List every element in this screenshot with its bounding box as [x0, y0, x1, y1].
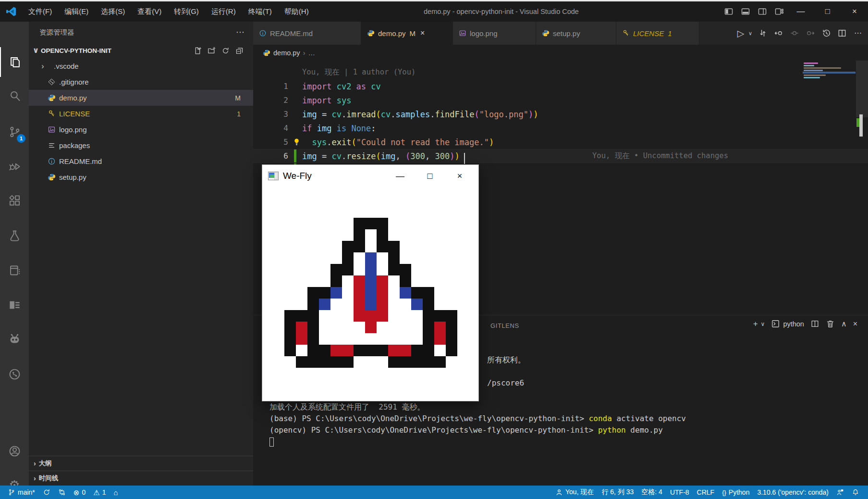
- file-item-packages[interactable]: packages: [29, 137, 253, 153]
- menu-item[interactable]: 选择(S): [95, 1, 131, 22]
- new-folder-icon[interactable]: [208, 47, 216, 55]
- activity-account-icon[interactable]: [0, 436, 29, 466]
- layout-panel-icon[interactable]: [737, 1, 754, 22]
- tab-setup.py[interactable]: setup.py: [536, 22, 616, 45]
- close-window-icon[interactable]: ×: [841, 1, 868, 22]
- file-item-.gitignore[interactable]: .gitignore: [29, 74, 253, 90]
- next-change-icon[interactable]: [804, 28, 817, 38]
- chevron-up-icon[interactable]: ∧: [841, 320, 847, 328]
- trash-icon[interactable]: [826, 319, 835, 328]
- maximize-icon[interactable]: □: [814, 1, 841, 22]
- close-icon[interactable]: ×: [445, 165, 475, 187]
- activity-source-control-icon[interactable]: 1: [0, 117, 29, 147]
- file-item-demo.py[interactable]: demo.pyM: [29, 90, 253, 106]
- activity-run-debug-icon[interactable]: [0, 151, 29, 181]
- explorer-section-header[interactable]: ∨ OPENCV-PYTHON-INIT: [29, 43, 253, 58]
- editor-scrollbar[interactable]: [856, 61, 868, 315]
- tab-demo.py[interactable]: demo.pyM×: [361, 22, 453, 45]
- status-cursor-position[interactable]: 行 6, 列 33: [598, 486, 637, 499]
- warning-icon: ⚠: [93, 489, 99, 496]
- activity-robot-icon[interactable]: [0, 324, 29, 354]
- wefly-opencv-window[interactable]: We-Fly — □ ×: [262, 164, 479, 401]
- chevron-down-icon[interactable]: ∨: [761, 321, 765, 327]
- scrollbar-thumb[interactable]: [859, 114, 863, 137]
- outline-section[interactable]: › 大纲: [29, 456, 253, 471]
- breadcrumb[interactable]: demo.py › …: [253, 45, 868, 61]
- timeline-history-icon[interactable]: [820, 28, 832, 38]
- menu-item[interactable]: 帮助(H): [278, 1, 315, 22]
- activity-files-icon[interactable]: [0, 47, 29, 77]
- status-encoding[interactable]: UTF-8: [666, 486, 693, 499]
- terminal-profile-python[interactable]: python: [771, 319, 804, 328]
- activity-beaker-icon[interactable]: [0, 221, 29, 250]
- code-line-4: 4if img is None:: [253, 121, 868, 135]
- run-dropdown-icon[interactable]: ∨: [747, 31, 753, 36]
- menu-item[interactable]: 终端(T): [242, 1, 278, 22]
- status-notifications[interactable]: [848, 486, 863, 499]
- split-panel-icon[interactable]: [810, 319, 819, 328]
- status-blame-status[interactable]: You, 现在: [551, 486, 598, 499]
- activity-extensions-icon[interactable]: [0, 186, 29, 215]
- close-icon[interactable]: ×: [853, 320, 857, 328]
- menu-item[interactable]: 运行(R): [205, 1, 242, 22]
- tab-logo.png[interactable]: logo.png: [453, 22, 536, 45]
- status-errors-status[interactable]: ⊗0: [70, 486, 89, 499]
- extensions-icon: [8, 194, 21, 207]
- menu-item[interactable]: 查看(V): [131, 1, 168, 22]
- split-editor-icon[interactable]: [836, 28, 848, 38]
- layout-secondary-sidebar-icon[interactable]: [754, 1, 770, 22]
- status-feedback[interactable]: [832, 486, 848, 499]
- file-item-.vscode[interactable]: ›.vscode: [29, 58, 253, 74]
- status-warnings-status[interactable]: ⚠1: [89, 486, 110, 499]
- layout-controls: [720, 1, 787, 22]
- panel-tab-gitlens[interactable]: GITLENS: [490, 322, 519, 329]
- tab-LICENSE[interactable]: LICENSE1: [616, 22, 699, 45]
- status-language-mode[interactable]: {}Python: [718, 486, 753, 499]
- maximize-icon[interactable]: □: [415, 165, 445, 187]
- layout-sidebar-icon[interactable]: [720, 1, 737, 22]
- menu-item[interactable]: 文件(F): [22, 1, 58, 22]
- previous-change-icon[interactable]: [772, 28, 785, 38]
- statusbar-right: You, 现在行 6, 列 33空格: 4UTF-8CRLF{}Python3.…: [551, 486, 868, 499]
- gitlens-icon: [8, 368, 21, 381]
- run-python-file-icon[interactable]: ▷: [734, 29, 747, 38]
- wefly-titlebar[interactable]: We-Fly — □ ×: [262, 165, 478, 187]
- customize-layout-icon[interactable]: [770, 1, 787, 22]
- status-branch-status[interactable]: main*: [4, 486, 39, 499]
- activity-search-icon[interactable]: [0, 81, 29, 111]
- status-python-interpreter[interactable]: 3.10.6 ('opencv': conda): [753, 486, 832, 499]
- file-item-logo.png[interactable]: logo.png: [29, 122, 253, 137]
- collapse-all-icon[interactable]: [235, 47, 244, 55]
- menu-item[interactable]: 编辑(E): [58, 1, 95, 22]
- menu-item[interactable]: 转到(G): [168, 1, 205, 22]
- status-home-status[interactable]: ⌂: [110, 486, 122, 499]
- activity-notebook-icon[interactable]: [0, 255, 29, 285]
- plus-icon[interactable]: +: [753, 320, 758, 328]
- file-item-setup.py[interactable]: setup.py: [29, 169, 253, 185]
- open-changes-icon[interactable]: [757, 28, 769, 38]
- close-icon[interactable]: ×: [420, 29, 425, 37]
- minimize-icon[interactable]: —: [385, 165, 415, 187]
- file-item-LICENSE[interactable]: LICENSE1: [29, 106, 253, 122]
- more-actions-icon[interactable]: ⋯: [852, 29, 864, 37]
- status-indentation[interactable]: 空格: 4: [637, 486, 666, 499]
- minimap[interactable]: [803, 62, 856, 120]
- minimize-icon[interactable]: —: [787, 1, 814, 22]
- vscode-logo-icon[interactable]: [0, 6, 22, 17]
- status-sync-status[interactable]: [39, 486, 54, 499]
- activity-gitlens-icon[interactable]: [0, 359, 29, 389]
- status-label: 3.10.6 ('opencv': conda): [757, 488, 829, 496]
- timeline-section[interactable]: › 时间线: [29, 471, 253, 486]
- current-change-icon[interactable]: [788, 28, 801, 38]
- wefly-app-icon: [268, 172, 279, 180]
- branch-icon: [8, 488, 15, 496]
- more-actions-icon[interactable]: ⋯: [236, 28, 245, 37]
- status-eol[interactable]: CRLF: [693, 486, 719, 499]
- tab-README.md[interactable]: README.md: [253, 22, 361, 45]
- key-icon: [622, 29, 630, 37]
- activity-reader-icon[interactable]: [0, 290, 29, 320]
- new-file-icon[interactable]: [194, 47, 202, 55]
- status-gitlens-compare[interactable]: [54, 486, 70, 499]
- refresh-icon[interactable]: [221, 47, 230, 55]
- file-item-README.md[interactable]: README.md: [29, 153, 253, 169]
